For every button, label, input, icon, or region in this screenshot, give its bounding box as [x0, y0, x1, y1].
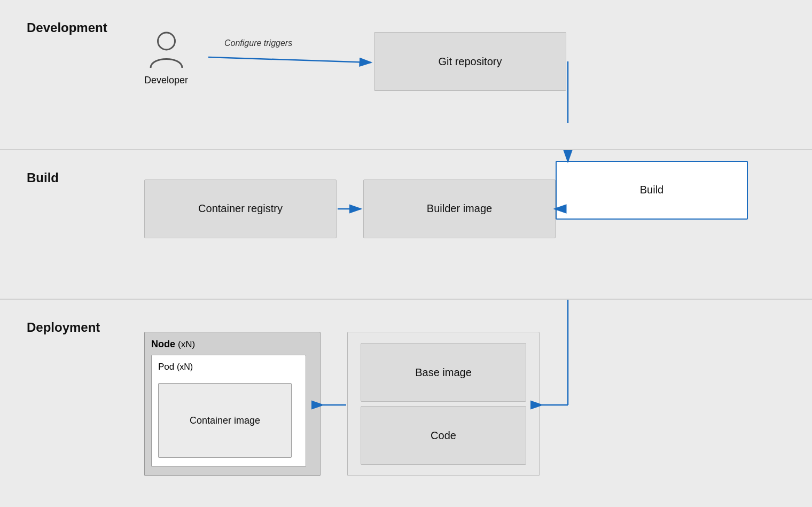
git-repository-box: Git repository	[374, 32, 566, 91]
configure-triggers-label: Configure triggers	[224, 38, 292, 48]
build-box: Build	[556, 161, 748, 220]
container-image-box: Container image	[158, 383, 292, 458]
build-box-label: Build	[640, 184, 663, 196]
git-repository-label: Git repository	[439, 56, 502, 68]
svg-line-2	[208, 57, 371, 63]
container-registry-box: Container registry	[144, 180, 337, 238]
container-registry-label: Container registry	[198, 202, 283, 215]
node-label: Node	[151, 339, 175, 349]
builder-image-box: Builder image	[363, 180, 556, 238]
build-label: Build	[27, 170, 59, 185]
node-count: (xN)	[178, 339, 195, 349]
node-box: Node (xN) Pod (xN) Container image	[144, 332, 321, 476]
code-label: Code	[431, 430, 456, 442]
deployment-label: Deployment	[27, 320, 100, 335]
deployment-image-outer-box: Base image Code	[347, 332, 540, 476]
deployment-section: Deployment Node (xN) Pod (xN) Container …	[0, 300, 812, 507]
code-box: Code	[361, 406, 526, 465]
container-image-label: Container image	[190, 415, 260, 426]
pod-count: (xN)	[177, 362, 193, 371]
base-image-label: Base image	[415, 366, 472, 379]
svg-point-0	[158, 33, 175, 50]
builder-image-label: Builder image	[427, 202, 492, 215]
build-section: Build Container registry Builder image B…	[0, 150, 812, 300]
pod-box: Pod (xN) Container image	[151, 355, 306, 467]
pod-label: Pod	[158, 362, 174, 372]
development-label: Development	[27, 20, 107, 35]
developer-label: Developer	[144, 75, 188, 86]
base-image-box: Base image	[361, 343, 526, 402]
developer-figure: Developer	[144, 29, 188, 86]
developer-icon	[146, 29, 186, 72]
development-section: Development Developer Configure triggers…	[0, 0, 812, 150]
diagram-container: Development Developer Configure triggers…	[0, 0, 812, 507]
